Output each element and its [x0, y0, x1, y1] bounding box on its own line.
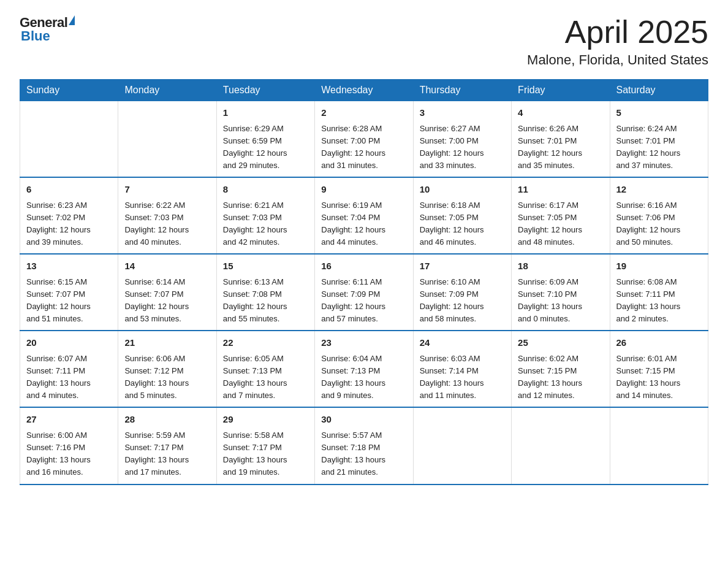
calendar-cell: 7Sunrise: 6:22 AM Sunset: 7:03 PM Daylig…	[118, 177, 216, 254]
calendar-cell: 23Sunrise: 6:04 AM Sunset: 7:13 PM Dayli…	[315, 331, 413, 407]
day-number: 19	[616, 259, 702, 274]
calendar-week-row: 27Sunrise: 6:00 AM Sunset: 7:16 PM Dayli…	[20, 407, 708, 484]
day-info: Sunrise: 5:58 AM Sunset: 7:17 PM Dayligh…	[223, 429, 308, 479]
day-info: Sunrise: 6:04 AM Sunset: 7:13 PM Dayligh…	[321, 353, 406, 402]
title-block: April 2025 Malone, Florida, United State…	[527, 15, 708, 68]
calendar-cell	[512, 407, 610, 484]
calendar-cell: 20Sunrise: 6:07 AM Sunset: 7:11 PM Dayli…	[20, 331, 118, 407]
day-number: 26	[616, 336, 702, 350]
day-number: 28	[124, 413, 210, 427]
calendar-cell: 30Sunrise: 5:57 AM Sunset: 7:18 PM Dayli…	[315, 407, 413, 484]
day-number: 13	[26, 259, 112, 274]
day-number: 23	[321, 336, 406, 350]
day-info: Sunrise: 6:24 AM Sunset: 7:01 PM Dayligh…	[616, 123, 702, 172]
calendar-cell: 25Sunrise: 6:02 AM Sunset: 7:15 PM Dayli…	[512, 331, 610, 407]
calendar-header-friday: Friday	[512, 80, 610, 101]
day-info: Sunrise: 6:13 AM Sunset: 7:08 PM Dayligh…	[223, 276, 308, 326]
calendar-cell: 27Sunrise: 6:00 AM Sunset: 7:16 PM Dayli…	[20, 407, 118, 484]
day-info: Sunrise: 6:10 AM Sunset: 7:09 PM Dayligh…	[420, 276, 505, 326]
day-info: Sunrise: 5:59 AM Sunset: 7:17 PM Dayligh…	[124, 429, 210, 479]
calendar-header-monday: Monday	[118, 80, 216, 101]
calendar-cell: 18Sunrise: 6:09 AM Sunset: 7:10 PM Dayli…	[512, 254, 610, 331]
calendar-week-row: 20Sunrise: 6:07 AM Sunset: 7:11 PM Dayli…	[20, 331, 708, 407]
calendar-table: SundayMondayTuesdayWednesdayThursdayFrid…	[20, 79, 708, 484]
day-info: Sunrise: 6:23 AM Sunset: 7:02 PM Dayligh…	[26, 199, 112, 249]
calendar-cell: 16Sunrise: 6:11 AM Sunset: 7:09 PM Dayli…	[315, 254, 413, 331]
logo: General Blue	[20, 15, 75, 44]
day-number: 8	[223, 183, 308, 197]
calendar-cell: 15Sunrise: 6:13 AM Sunset: 7:08 PM Dayli…	[216, 254, 314, 331]
day-number: 12	[616, 183, 702, 197]
calendar-cell: 19Sunrise: 6:08 AM Sunset: 7:11 PM Dayli…	[610, 254, 708, 331]
day-number: 15	[223, 259, 308, 274]
calendar-cell: 12Sunrise: 6:16 AM Sunset: 7:06 PM Dayli…	[610, 177, 708, 254]
day-info: Sunrise: 6:06 AM Sunset: 7:12 PM Dayligh…	[124, 353, 210, 402]
day-info: Sunrise: 6:11 AM Sunset: 7:09 PM Dayligh…	[321, 276, 406, 326]
day-number: 24	[420, 336, 505, 350]
calendar-header-tuesday: Tuesday	[216, 80, 314, 101]
day-number: 22	[223, 336, 308, 350]
calendar-cell	[610, 407, 708, 484]
calendar-cell	[118, 101, 216, 178]
calendar-header-saturday: Saturday	[610, 80, 708, 101]
day-info: Sunrise: 6:14 AM Sunset: 7:07 PM Dayligh…	[124, 276, 210, 326]
day-number: 3	[420, 106, 505, 120]
day-info: Sunrise: 6:26 AM Sunset: 7:01 PM Dayligh…	[518, 123, 603, 172]
calendar-cell: 14Sunrise: 6:14 AM Sunset: 7:07 PM Dayli…	[118, 254, 216, 331]
day-info: Sunrise: 6:09 AM Sunset: 7:10 PM Dayligh…	[518, 276, 603, 326]
calendar-cell: 10Sunrise: 6:18 AM Sunset: 7:05 PM Dayli…	[413, 177, 511, 254]
calendar-cell: 5Sunrise: 6:24 AM Sunset: 7:01 PM Daylig…	[610, 101, 708, 178]
day-info: Sunrise: 6:28 AM Sunset: 7:00 PM Dayligh…	[321, 123, 406, 172]
calendar-week-row: 13Sunrise: 6:15 AM Sunset: 7:07 PM Dayli…	[20, 254, 708, 331]
day-info: Sunrise: 6:21 AM Sunset: 7:03 PM Dayligh…	[223, 199, 308, 249]
day-number: 21	[124, 336, 210, 350]
day-number: 20	[26, 336, 112, 350]
day-info: Sunrise: 6:29 AM Sunset: 6:59 PM Dayligh…	[223, 123, 308, 172]
day-info: Sunrise: 5:57 AM Sunset: 7:18 PM Dayligh…	[321, 429, 406, 479]
day-info: Sunrise: 6:15 AM Sunset: 7:07 PM Dayligh…	[26, 276, 112, 326]
calendar-cell: 17Sunrise: 6:10 AM Sunset: 7:09 PM Dayli…	[413, 254, 511, 331]
calendar-week-row: 6Sunrise: 6:23 AM Sunset: 7:02 PM Daylig…	[20, 177, 708, 254]
day-number: 16	[321, 259, 406, 274]
day-number: 30	[321, 413, 406, 427]
page-header: General Blue April 2025 Malone, Florida,…	[20, 15, 708, 68]
calendar-cell: 11Sunrise: 6:17 AM Sunset: 7:05 PM Dayli…	[512, 177, 610, 254]
day-info: Sunrise: 6:18 AM Sunset: 7:05 PM Dayligh…	[420, 199, 505, 249]
calendar-cell: 26Sunrise: 6:01 AM Sunset: 7:15 PM Dayli…	[610, 331, 708, 407]
day-info: Sunrise: 6:16 AM Sunset: 7:06 PM Dayligh…	[616, 199, 702, 249]
calendar-header-thursday: Thursday	[413, 80, 511, 101]
logo-text-blue: Blue	[21, 28, 50, 44]
calendar-cell: 24Sunrise: 6:03 AM Sunset: 7:14 PM Dayli…	[413, 331, 511, 407]
calendar-header-sunday: Sunday	[20, 80, 118, 101]
logo-triangle-icon	[69, 15, 75, 25]
calendar-cell: 21Sunrise: 6:06 AM Sunset: 7:12 PM Dayli…	[118, 331, 216, 407]
day-info: Sunrise: 6:07 AM Sunset: 7:11 PM Dayligh…	[26, 353, 112, 402]
calendar-cell: 6Sunrise: 6:23 AM Sunset: 7:02 PM Daylig…	[20, 177, 118, 254]
page-subtitle: Malone, Florida, United States	[527, 52, 708, 68]
day-number: 17	[420, 259, 505, 274]
day-info: Sunrise: 6:22 AM Sunset: 7:03 PM Dayligh…	[124, 199, 210, 249]
day-number: 10	[420, 183, 505, 197]
day-number: 11	[518, 183, 603, 197]
day-info: Sunrise: 6:17 AM Sunset: 7:05 PM Dayligh…	[518, 199, 603, 249]
day-number: 5	[616, 106, 702, 120]
calendar-cell: 3Sunrise: 6:27 AM Sunset: 7:00 PM Daylig…	[413, 101, 511, 178]
calendar-cell: 29Sunrise: 5:58 AM Sunset: 7:17 PM Dayli…	[216, 407, 314, 484]
day-number: 18	[518, 259, 603, 274]
day-info: Sunrise: 6:01 AM Sunset: 7:15 PM Dayligh…	[616, 353, 702, 402]
day-number: 4	[518, 106, 603, 120]
calendar-cell: 8Sunrise: 6:21 AM Sunset: 7:03 PM Daylig…	[216, 177, 314, 254]
day-number: 9	[321, 183, 406, 197]
calendar-cell: 22Sunrise: 6:05 AM Sunset: 7:13 PM Dayli…	[216, 331, 314, 407]
day-number: 14	[124, 259, 210, 274]
calendar-cell: 2Sunrise: 6:28 AM Sunset: 7:00 PM Daylig…	[315, 101, 413, 178]
day-number: 29	[223, 413, 308, 427]
calendar-header-wednesday: Wednesday	[315, 80, 413, 101]
day-info: Sunrise: 6:19 AM Sunset: 7:04 PM Dayligh…	[321, 199, 406, 249]
day-number: 25	[518, 336, 603, 350]
page-title: April 2025	[527, 15, 708, 50]
day-number: 27	[26, 413, 112, 427]
day-info: Sunrise: 6:05 AM Sunset: 7:13 PM Dayligh…	[223, 353, 308, 402]
day-info: Sunrise: 6:03 AM Sunset: 7:14 PM Dayligh…	[420, 353, 505, 402]
day-number: 2	[321, 106, 406, 120]
